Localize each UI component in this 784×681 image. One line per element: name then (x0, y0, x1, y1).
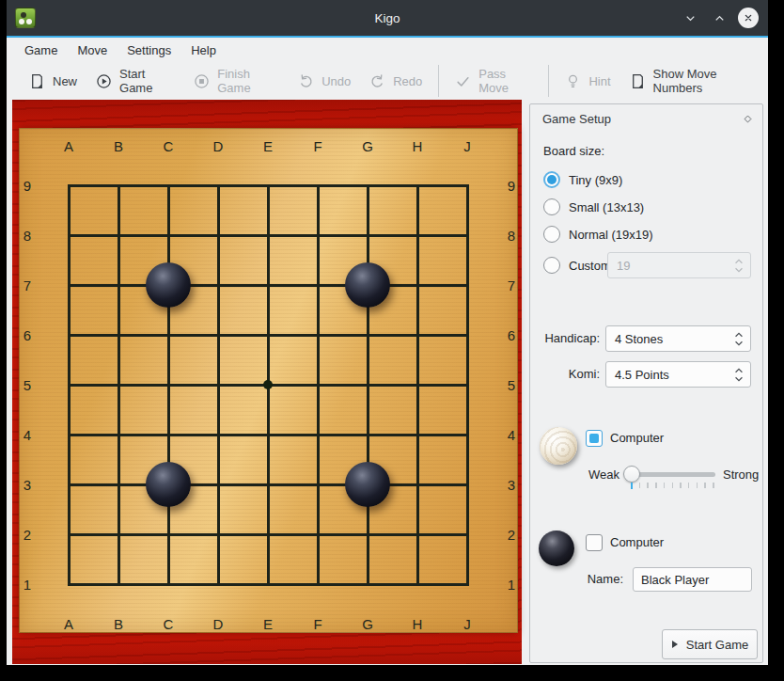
slider-min-label: Weak (588, 467, 619, 482)
board-coordinate-label: C (164, 616, 174, 632)
float-panel-button[interactable] (742, 113, 754, 125)
titlebar: Kigo (7, 0, 768, 36)
board-coordinate-label: 6 (508, 327, 515, 343)
board-coordinate-label: B (114, 138, 123, 154)
slider-tick (647, 483, 649, 488)
board-coordinate-label: A (64, 616, 73, 632)
board-coordinate-label: 9 (508, 178, 515, 194)
black-stone (345, 462, 390, 507)
toolbar-hint-button[interactable]: Hint (556, 67, 619, 95)
board-coordinate-label: G (362, 616, 373, 632)
minimize-button[interactable] (680, 8, 700, 28)
radio-normal-label: Normal (19x19) (569, 228, 653, 242)
toolbar-undo-button[interactable]: Undo (289, 67, 360, 95)
grid-line-horizontal (68, 483, 469, 486)
board-coordinate-label: C (164, 138, 174, 154)
chevron-down-icon (683, 11, 698, 25)
spin-down-icon (734, 340, 744, 346)
toolbar-new-button[interactable]: New (20, 67, 86, 95)
spin-arrows[interactable] (734, 326, 744, 351)
menu-help[interactable]: Help (189, 43, 218, 57)
toolbar-finish-game-button[interactable]: Finish Game (184, 67, 289, 95)
black-stone (146, 262, 191, 308)
komi-spinbox[interactable]: 4.5 Points (605, 361, 751, 388)
slider-tick (664, 483, 666, 488)
spin-down-icon (734, 267, 744, 273)
menu-settings[interactable]: Settings (125, 43, 173, 57)
go-board[interactable]: AABBCCDDEEFFGGHHJJ998877665544332211 (19, 128, 518, 633)
grid-line-horizontal (68, 184, 469, 187)
toolbar-pass-move-button[interactable]: Pass Move (446, 67, 541, 95)
chevron-up-icon (713, 11, 727, 25)
toolbar-start-game-button[interactable]: Start Game (86, 67, 184, 95)
spin-up-icon (734, 332, 744, 338)
slider-tick (704, 483, 706, 488)
board-background: AABBCCDDEEFFGGHHJJ998877665544332211 (12, 100, 522, 664)
maximize-button[interactable] (709, 8, 729, 28)
menu-game[interactable]: Game (23, 43, 59, 57)
toolbar-button-label: Redo (393, 74, 422, 88)
white-computer-checkbox[interactable] (586, 430, 603, 447)
board-coordinate-label: B (114, 616, 123, 632)
play-triangle-icon (671, 640, 679, 649)
board-coordinate-label: 1 (508, 577, 515, 593)
black-computer-label: Computer (610, 535, 664, 549)
radio-row-custom: Custom: (543, 257, 614, 274)
spin-arrows[interactable] (734, 253, 744, 277)
panel-title: Game Setup (542, 112, 611, 126)
board-coordinate-label: E (263, 138, 273, 154)
play-circle-icon (96, 73, 112, 89)
slider-position-tick (631, 483, 633, 489)
start-game-button[interactable]: Start Game (662, 629, 758, 659)
black-stone-icon (539, 531, 574, 566)
close-button[interactable] (738, 8, 759, 28)
radio-normal[interactable] (543, 226, 560, 243)
board-coordinate-label: 3 (24, 477, 31, 493)
black-computer-checkbox[interactable] (586, 534, 603, 551)
slider-tick (713, 483, 714, 488)
board-coordinate-label: 2 (24, 527, 31, 543)
strength-slider-handle[interactable] (623, 466, 640, 483)
grid-line-horizontal (68, 334, 469, 337)
redo-arrow-icon (369, 73, 385, 89)
game-setup-panel: Game Setup Board size: Tiny (9x9) Small … (529, 103, 763, 663)
window-title: Kigo (374, 11, 400, 25)
slider-tick (680, 483, 682, 488)
start-game-button-label: Start Game (686, 638, 748, 652)
radio-tiny-label: Tiny (9x9) (569, 173, 622, 187)
black-player-name-input[interactable] (633, 567, 752, 592)
star-point (263, 380, 273, 389)
board-coordinate-label: E (263, 616, 273, 632)
radio-custom[interactable] (543, 257, 560, 274)
spin-down-icon (734, 376, 744, 382)
radio-small[interactable] (543, 198, 560, 215)
board-coordinate-label: 5 (508, 377, 515, 393)
board-coordinate-label: 3 (508, 477, 515, 493)
toolbar-separator (438, 65, 439, 97)
white-computer-label: Computer (610, 431, 664, 445)
menu-move[interactable]: Move (75, 43, 109, 57)
custom-size-spinbox[interactable]: 19 (607, 252, 751, 278)
grid-line-horizontal (68, 284, 469, 287)
board-coordinate-label: 2 (508, 527, 515, 543)
toolbar-show-move-numbers-button[interactable]: Show Move Numbers (620, 67, 768, 95)
komi-value: 4.5 Points (615, 368, 669, 382)
board-coordinate-label: J (463, 138, 471, 154)
name-label: Name: (530, 572, 623, 586)
handicap-label: Handicap: (530, 331, 600, 345)
spin-arrows[interactable] (734, 362, 744, 387)
board-coordinate-label: H (413, 138, 423, 154)
radio-tiny[interactable] (543, 171, 560, 188)
new-document-icon (29, 73, 45, 89)
board-size-label: Board size: (543, 144, 604, 158)
komi-label: Komi: (530, 367, 600, 381)
grid-line-horizontal (68, 533, 469, 536)
icon-white-stone-dot (19, 19, 24, 24)
slider-tick (639, 483, 641, 488)
slider-tick (655, 483, 657, 488)
handicap-value: 4 Stones (615, 332, 663, 346)
black-stone (146, 462, 191, 507)
grid-line-horizontal (68, 434, 469, 436)
toolbar-redo-button[interactable]: Redo (360, 67, 431, 95)
handicap-spinbox[interactable]: 4 Stones (605, 325, 751, 352)
